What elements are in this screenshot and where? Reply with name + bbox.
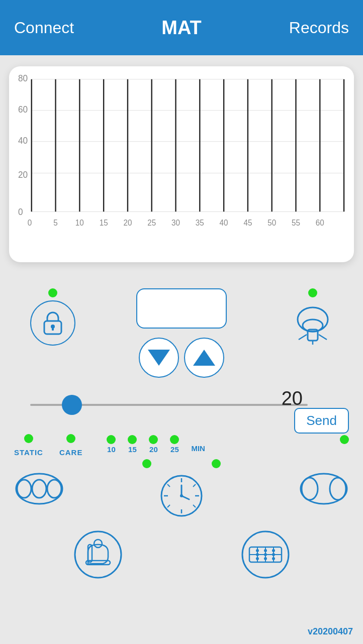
svg-line-61: [193, 505, 196, 507]
svg-text:35: 35: [196, 219, 204, 227]
svg-point-49: [47, 480, 61, 498]
icons-row-2: [14, 459, 349, 518]
svg-point-83: [272, 557, 275, 560]
chart-card: 80 60 40 20 0 0 5 10 15 20 25 30 35: [9, 66, 354, 262]
timer-15-label: 15: [128, 445, 137, 454]
slider-track: [30, 404, 308, 406]
svg-text:60: 60: [18, 104, 28, 114]
lock-button[interactable]: [30, 300, 75, 346]
svg-point-77: [272, 553, 275, 556]
svg-point-80: [272, 549, 275, 552]
svg-point-79: [264, 549, 267, 552]
controls-area: 20 Send STATIC CARE 10 15 20: [0, 273, 363, 625]
static-label[interactable]: STATIC: [14, 448, 43, 457]
svg-rect-39: [52, 327, 54, 331]
clock-area: [142, 459, 221, 518]
coil-left-icon: [14, 469, 64, 509]
svg-point-66: [94, 540, 102, 548]
svg-text:45: 45: [243, 219, 252, 227]
svg-point-81: [256, 557, 259, 560]
svg-text:55: 55: [292, 219, 300, 227]
timer-15-dot: [128, 435, 137, 444]
version-text: v20200407: [308, 626, 353, 637]
timer-25[interactable]: 25: [170, 435, 179, 454]
mode-row: STATIC CARE 10 15 20 25 M: [14, 434, 349, 457]
svg-text:15: 15: [100, 219, 108, 227]
up-arrow-icon: [193, 350, 215, 366]
display-box: [136, 288, 227, 329]
care-status-dot: [66, 434, 75, 443]
svg-point-78: [256, 549, 259, 552]
timer-20-dot: [149, 435, 158, 444]
timer-20[interactable]: 20: [149, 435, 158, 454]
timer-row: 10 15 20 25 MIN: [107, 434, 205, 454]
slider-thumb[interactable]: [62, 395, 82, 415]
bottom-row: [14, 529, 349, 580]
svg-text:60: 60: [316, 219, 324, 227]
clock-button[interactable]: [159, 473, 204, 518]
mat-button[interactable]: [240, 529, 291, 580]
care-label[interactable]: CARE: [59, 448, 83, 457]
right-status-dot: [340, 435, 349, 444]
svg-point-48: [32, 480, 46, 498]
svg-text:0: 0: [28, 219, 32, 227]
svg-text:20: 20: [123, 219, 132, 227]
app-header: Connect MAT Records: [0, 0, 363, 55]
app-title: MAT: [161, 17, 202, 39]
svg-point-46: [16, 474, 62, 504]
svg-text:40: 40: [18, 135, 28, 145]
clock-dots-row: [142, 459, 221, 471]
updown-row: [139, 338, 224, 378]
svg-point-76: [264, 553, 267, 556]
svg-point-75: [256, 553, 259, 556]
svg-text:30: 30: [171, 219, 180, 227]
timer-25-label: 25: [170, 445, 179, 454]
svg-line-44: [319, 335, 327, 340]
static-status-dot: [24, 434, 33, 443]
svg-text:25: 25: [147, 219, 156, 227]
cloud-status-dot: [308, 288, 317, 297]
down-arrow-icon: [148, 350, 170, 366]
lock-icon: [41, 310, 64, 336]
timer-10-dot: [107, 435, 116, 444]
coil-right-icon: [299, 469, 349, 509]
min-label: MIN: [191, 444, 205, 453]
static-mode-item: STATIC: [14, 434, 43, 457]
cloud-icon[interactable]: [289, 300, 337, 346]
connect-button[interactable]: Connect: [14, 19, 74, 37]
records-button[interactable]: Records: [289, 19, 349, 37]
left-coil-button[interactable]: [14, 469, 64, 509]
svg-text:50: 50: [267, 219, 276, 227]
svg-line-43: [299, 335, 307, 340]
slider-value: 20: [282, 388, 303, 409]
timer-10-label: 10: [107, 445, 116, 454]
timer-25-dot: [170, 435, 179, 444]
svg-line-60: [167, 505, 170, 507]
svg-line-59: [167, 484, 170, 487]
svg-point-82: [264, 557, 267, 560]
svg-point-57: [180, 494, 183, 497]
svg-text:5: 5: [53, 219, 58, 227]
up-button[interactable]: [184, 338, 224, 378]
down-button[interactable]: [139, 338, 179, 378]
svg-line-58: [193, 484, 196, 487]
send-button[interactable]: Send: [294, 408, 349, 434]
lock-status-dot: [48, 288, 57, 297]
timer-10[interactable]: 10: [107, 435, 116, 454]
svg-point-64: [330, 478, 346, 500]
svg-text:80: 80: [18, 74, 28, 83]
care-mode-item: CARE: [59, 434, 83, 457]
seat-button[interactable]: [73, 529, 123, 580]
svg-text:0: 0: [18, 207, 23, 217]
svg-text:20: 20: [18, 170, 28, 180]
chart-area: 80 60 40 20 0 0 5 10 15 20 25 30 35: [18, 74, 345, 252]
mat-icon: [240, 529, 291, 580]
svg-point-63: [302, 478, 318, 500]
timer-15[interactable]: 15: [128, 435, 137, 454]
svg-point-47: [17, 480, 31, 498]
svg-point-65: [75, 531, 121, 578]
right-coil-button[interactable]: [299, 469, 349, 509]
clock-right-dot: [212, 459, 221, 468]
svg-text:40: 40: [220, 219, 228, 227]
slider-container: [30, 404, 308, 406]
